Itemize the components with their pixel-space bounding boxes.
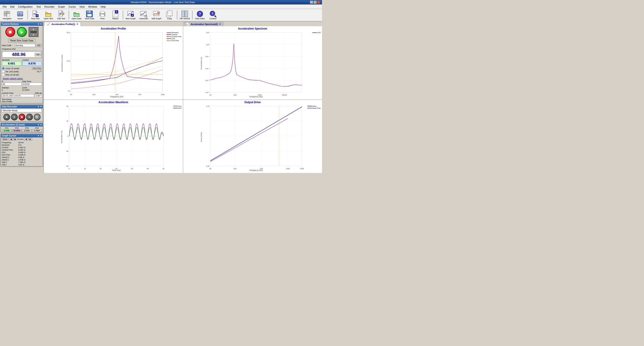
cursor-left2-btn[interactable]: ◀	[24, 138, 28, 141]
radio-disp-label: Disp. (in pk-pk)	[5, 74, 19, 76]
copy-btn[interactable]: Copy	[163, 10, 176, 21]
report-btn[interactable]: R Report	[109, 10, 122, 21]
cursor-close[interactable]: ✕	[40, 135, 42, 137]
go-btn[interactable]: ▶	[17, 27, 27, 37]
cursor-right-btn[interactable]: ▶	[14, 138, 17, 141]
cursor-demand-value: 5 G	[18, 144, 22, 146]
acceleration-section: Acceleration (G peak) ▼ ✕ Ch1 Ch2 Ch3 Ch…	[0, 123, 43, 133]
svg-text:R: R	[116, 11, 118, 13]
accel-profile-svg: 50.0 10.0 1.0 Acceleration (G peak) 30 1…	[44, 31, 183, 98]
play-record-btn[interactable]: ⏵	[26, 114, 33, 120]
stop-record-btn[interactable]: ■	[3, 114, 10, 120]
svg-text:1x10¹: 1x10¹	[206, 32, 209, 33]
control-buttons-minimize[interactable]: ▼	[37, 23, 40, 25]
open-data-btn[interactable]: Open Data	[70, 10, 83, 21]
cursor-minimize[interactable]: ▼	[37, 135, 40, 137]
svg-text:Frequency (Hz): Frequency (Hz)	[110, 96, 124, 98]
record-btn[interactable]: ⏺	[18, 114, 25, 120]
menu-item-window[interactable]: Window	[86, 5, 99, 9]
reset-sine-btn[interactable]: Reset Sine Graph Data	[8, 39, 35, 43]
minimize-btn[interactable]: _	[310, 1, 313, 4]
autoscale-btn[interactable]: Autoscale	[137, 10, 150, 21]
pause-record-btn[interactable]: ⏸	[11, 114, 18, 120]
menu-item-test[interactable]: Test	[34, 5, 42, 9]
edit-test-btn[interactable]: Edit Test	[55, 10, 68, 21]
cursor-right2-btn[interactable]: ▶	[28, 138, 32, 141]
svg-text:-40: -40	[66, 165, 68, 167]
menu-item-help[interactable]: Help	[99, 5, 108, 9]
accel-close[interactable]: ✕	[40, 124, 42, 126]
help-index-btn[interactable]: ? Help Index	[194, 10, 206, 21]
new-test-btn[interactable]: New Test	[29, 10, 42, 21]
save-data-btn[interactable]: Save Data	[83, 10, 96, 21]
window-controls[interactable]: _ □ ✕	[310, 1, 320, 4]
demand-control-row: Demand 8.681 Control 8.676	[1, 58, 43, 66]
cursor-left-btn[interactable]: ◀	[9, 138, 13, 141]
cursor-abortneg-label: Abort(-)	[2, 159, 18, 161]
radio-disp: Disp. (in pk-pk)	[2, 73, 42, 76]
chart-tabs-row: 📈 Acceleration Profile(1) ✕ 📈 Accelerati…	[44, 22, 322, 26]
menu-item-file[interactable]: File	[1, 5, 8, 9]
inputs-label: Inputs	[18, 18, 23, 20]
menu-item-configuration[interactable]: Configuration	[16, 5, 34, 9]
radio-accel: Accel. (G peak) Ch2-Ch1	[2, 67, 42, 70]
tab1-close[interactable]: ✕	[76, 23, 78, 25]
output-drive-svg: 0.10 0.04 Drive (Volts) 30 100 100 1000 …	[183, 104, 322, 171]
edit-graph-btn[interactable]: Edit Graph	[150, 10, 163, 21]
svg-text:60: 60	[162, 168, 164, 170]
info-btn[interactable]: Info	[36, 44, 42, 47]
new-graph-btn[interactable]: New Graph	[124, 10, 137, 21]
radio-vel: Vel. (in/s peak) -43.7°	[2, 70, 42, 73]
navigator-btn[interactable]: Navigator	[1, 10, 14, 21]
chart3-legend: Ch1 Ch2	[173, 105, 182, 109]
menu-item-graph[interactable]: Graph	[56, 5, 67, 9]
radio-disp-input[interactable]	[2, 73, 5, 76]
accel-profile-tab[interactable]: 📈 Acceleration Profile(1) ✕	[44, 22, 81, 26]
menu-item-cursor[interactable]: Cursor	[67, 5, 78, 9]
accel-spectrum-panel: Acceleration Spectrum Ch2	[183, 26, 322, 100]
data-recorder-close[interactable]: ✕	[40, 105, 42, 108]
set-btn[interactable]: Set	[35, 53, 41, 56]
close-btn[interactable]: ✕	[317, 1, 320, 4]
radio-vel-input[interactable]	[2, 70, 5, 73]
legend4-drive-prev: Drive Prev	[308, 107, 321, 109]
tile-vertical-label: Tile Vertical	[180, 18, 190, 20]
velocity-link[interactable]: Display velocity values	[2, 77, 24, 80]
stop-btn[interactable]: ⏹	[5, 27, 15, 37]
svg-text:0: 0	[69, 168, 70, 170]
svg-text:Acceleration (G): Acceleration (G)	[200, 57, 202, 70]
radio-accel-input[interactable]	[2, 67, 5, 70]
cursor-ctrlprev-label: Control Prev	[2, 149, 18, 151]
context-btn[interactable]: ? Context	[206, 10, 219, 21]
menu-item-recorder[interactable]: Recorder	[42, 5, 56, 9]
accel-spectrum-tab[interactable]: 📈 Acceleration Spectrum(2) ✕	[184, 22, 224, 26]
cursor-abortneg-row: Abort(-) 2.506 G	[2, 159, 42, 161]
print-btn[interactable]: Print	[96, 10, 109, 21]
open-test-btn[interactable]: Open Test	[42, 10, 54, 21]
legend-demand: Demand	[166, 32, 181, 34]
current-time-header: Current Time	[2, 92, 34, 94]
tab2-close[interactable]: ✕	[219, 23, 221, 25]
svg-rect-79	[210, 33, 302, 92]
svg-text:1x10⁻⁵: 1x10⁻⁵	[205, 80, 210, 81]
report-icon: R	[112, 10, 119, 18]
control-buttons-close[interactable]: ✕	[40, 23, 42, 25]
level-btn[interactable]: ▲ ▼	[28, 27, 38, 37]
menu-item-view[interactable]: View	[78, 5, 86, 9]
radio-vel-label: Vel. (in/s peak)	[5, 71, 19, 73]
toolbar-sep-5	[192, 11, 192, 20]
inputs-btn[interactable]: Inputs	[14, 10, 26, 21]
svg-text:30: 30	[209, 168, 211, 170]
navigator-icon	[4, 10, 11, 18]
base-label[interactable]: Base	[2, 138, 9, 141]
menu-item-edit[interactable]: Edit	[8, 5, 16, 9]
accel-minimize[interactable]: ▼	[37, 124, 40, 126]
record-settings-btn[interactable]: ⚙	[34, 114, 40, 120]
data-recorder-minimize[interactable]: ▼	[37, 105, 40, 108]
copy-label: Copy	[167, 18, 172, 20]
maximize-btn[interactable]: □	[314, 1, 317, 4]
svg-rect-50	[182, 11, 184, 17]
charts-area: 📈 Acceleration Profile(1) ✕ 📈 Accelerati…	[44, 22, 322, 173]
toolbar: Navigator Inputs New	[0, 9, 322, 22]
tile-vertical-btn[interactable]: Tile Vertical	[178, 10, 191, 21]
